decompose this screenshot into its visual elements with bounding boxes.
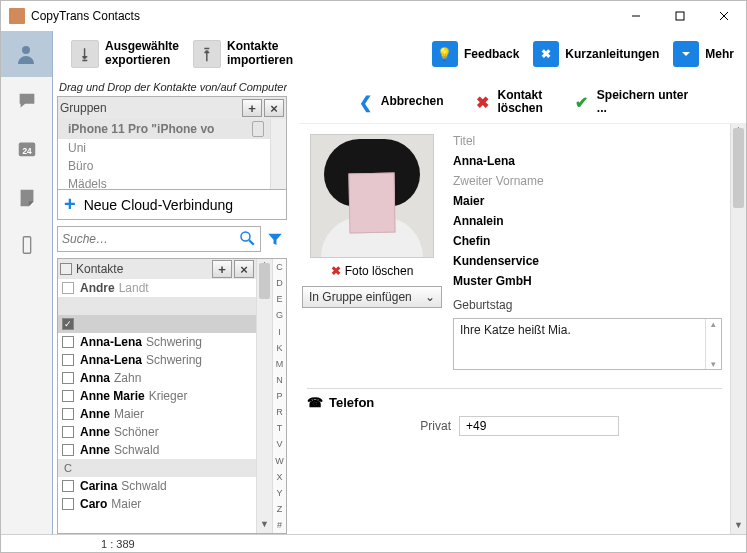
alpha-index-letter[interactable]: # — [273, 517, 286, 533]
export-icon: ⭳ — [71, 40, 99, 68]
group-item[interactable]: Büro — [58, 157, 286, 175]
alpha-index-letter[interactable]: W — [273, 453, 286, 469]
export-selected-button[interactable]: ⭳ Ausgewählte exportieren — [67, 38, 183, 70]
notes-textarea[interactable]: Ihre Katze heißt Mia.▴▾ — [453, 318, 722, 370]
contact-checkbox[interactable] — [62, 354, 74, 366]
device-row[interactable]: iPhone 11 Pro "iPhone vo — [58, 119, 286, 139]
field-placeholder[interactable]: Titel — [453, 134, 722, 148]
contacts-scrollbar[interactable]: ▲ ▼ — [256, 259, 272, 533]
add-to-group-select[interactable]: In Gruppe einfügen ⌄ — [302, 286, 442, 308]
remove-contact-button[interactable]: × — [234, 260, 254, 278]
alpha-index-letter[interactable]: R — [273, 404, 286, 420]
group-item[interactable]: Uni — [58, 139, 286, 157]
alpha-index-letter[interactable]: E — [273, 291, 286, 307]
remove-group-button[interactable]: × — [264, 99, 284, 117]
alpha-index[interactable]: CDEGIKMNPRTVWXYZ# — [272, 259, 286, 533]
alpha-index-letter[interactable]: V — [273, 436, 286, 452]
contact-checkbox[interactable] — [62, 282, 74, 294]
cancel-button[interactable]: ❮ Abbrechen — [357, 93, 444, 111]
new-cloud-connection-button[interactable]: + Neue Cloud-Verbindung — [57, 190, 287, 220]
delete-photo-button[interactable]: ✖ Foto löschen — [331, 264, 414, 278]
rail-messages[interactable] — [1, 77, 53, 125]
alpha-index-letter[interactable]: N — [273, 372, 286, 388]
alpha-index-letter[interactable]: G — [273, 307, 286, 323]
contact-row[interactable]: AnneSchwald — [58, 441, 256, 459]
contact-checkbox[interactable]: ✓ — [62, 318, 74, 330]
group-item[interactable]: Mädels — [58, 175, 286, 189]
contact-checkbox[interactable] — [62, 480, 74, 492]
field-value[interactable]: Anna-Lena — [453, 154, 722, 168]
add-contact-button[interactable]: + — [212, 260, 232, 278]
contact-row[interactable]: Anna-LenaSchwering — [58, 333, 256, 351]
contact-photo[interactable] — [310, 134, 434, 258]
alpha-index-letter[interactable]: C — [273, 259, 286, 275]
field-value[interactable]: Chefin — [453, 234, 722, 248]
field-value[interactable]: Maier — [453, 194, 722, 208]
contact-row[interactable]: AnneMaier — [58, 405, 256, 423]
guides-button[interactable]: ✖ Kurzanleitungen — [529, 39, 663, 69]
contact-checkbox[interactable] — [62, 336, 74, 348]
phone-number-field[interactable]: +49 — [459, 416, 619, 436]
alpha-index-letter[interactable]: D — [273, 275, 286, 291]
add-group-button[interactable]: + — [242, 99, 262, 117]
minimize-button[interactable] — [614, 1, 658, 31]
import-contacts-button[interactable]: ⭱ Kontakte importieren — [189, 38, 297, 70]
notes-scrollbar[interactable]: ▴▾ — [705, 319, 721, 369]
scroll-thumb[interactable] — [733, 128, 744, 208]
contact-row[interactable]: ✓ — [58, 315, 256, 333]
contact-checkbox[interactable] — [62, 444, 74, 456]
alpha-index-letter[interactable]: I — [273, 324, 286, 340]
field-value[interactable]: Kundenservice — [453, 254, 722, 268]
scroll-thumb[interactable] — [259, 263, 270, 299]
feedback-button[interactable]: 💡 Feedback — [428, 39, 523, 69]
contact-row[interactable]: Anne MarieKrieger — [58, 387, 256, 405]
field-placeholder[interactable]: Zweiter Vorname — [453, 174, 722, 188]
search-box[interactable] — [57, 226, 261, 252]
alpha-index-letter[interactable]: M — [273, 356, 286, 372]
search-icon[interactable] — [238, 229, 256, 250]
contact-row[interactable]: AnnaZahn — [58, 369, 256, 387]
feedback-icon: 💡 — [432, 41, 458, 67]
window-title: CopyTrans Contacts — [31, 9, 614, 23]
contact-row[interactable]: CaroMaier — [58, 495, 256, 513]
contact-checkbox[interactable] — [62, 498, 74, 510]
alpha-index-letter[interactable]: K — [273, 340, 286, 356]
contact-checkbox[interactable] — [62, 426, 74, 438]
delete-contact-button[interactable]: ✖ Kontakt löschen — [473, 89, 542, 115]
filter-button[interactable] — [263, 226, 287, 252]
scroll-down[interactable]: ▼ — [731, 520, 746, 534]
contact-row[interactable]: CarinaSchwald — [58, 477, 256, 495]
contact-row[interactable]: AnneSchöner — [58, 423, 256, 441]
contact-checkbox[interactable] — [62, 390, 74, 402]
contacts-list[interactable]: Kontakte + × AndreLandt ✓Anna-LenaSchwer… — [58, 259, 256, 533]
rail-contacts[interactable] — [1, 31, 53, 77]
alpha-index-letter[interactable]: Y — [273, 485, 286, 501]
field-value[interactable]: Muster GmbH — [453, 274, 722, 288]
contact-checkbox[interactable] — [62, 372, 74, 384]
contact-row[interactable]: AndreLandt — [58, 279, 256, 297]
check-icon: ✔ — [573, 93, 591, 111]
contact-row[interactable]: Anna-LenaSchwering — [58, 351, 256, 369]
close-button[interactable] — [702, 1, 746, 31]
rail-calendar[interactable]: 24 — [1, 125, 53, 173]
phone-type-label[interactable]: Privat — [407, 419, 451, 433]
groups-list[interactable]: iPhone 11 Pro "iPhone vo Uni Büro Mädels — [58, 119, 286, 189]
save-button[interactable]: ✔ Speichern unter ... — [573, 89, 688, 115]
select-all-checkbox[interactable] — [60, 263, 72, 275]
more-button[interactable]: Mehr — [669, 39, 738, 69]
search-input[interactable] — [62, 232, 238, 246]
contact-checkbox[interactable] — [62, 408, 74, 420]
maximize-button[interactable] — [658, 1, 702, 31]
scroll-down[interactable]: ▼ — [257, 519, 272, 533]
field-value[interactable]: Annalein — [453, 214, 722, 228]
rail-device[interactable] — [1, 221, 53, 269]
alpha-index-letter[interactable]: Z — [273, 501, 286, 517]
alpha-index-letter[interactable]: T — [273, 420, 286, 436]
groups-scrollbar[interactable] — [270, 119, 286, 189]
alpha-index-letter[interactable]: X — [273, 469, 286, 485]
chat-icon — [16, 90, 38, 112]
contacts-separator — [58, 297, 256, 315]
detail-scrollbar[interactable]: ▲ ▼ — [730, 124, 746, 534]
alpha-index-letter[interactable]: P — [273, 388, 286, 404]
rail-notes[interactable] — [1, 173, 53, 221]
